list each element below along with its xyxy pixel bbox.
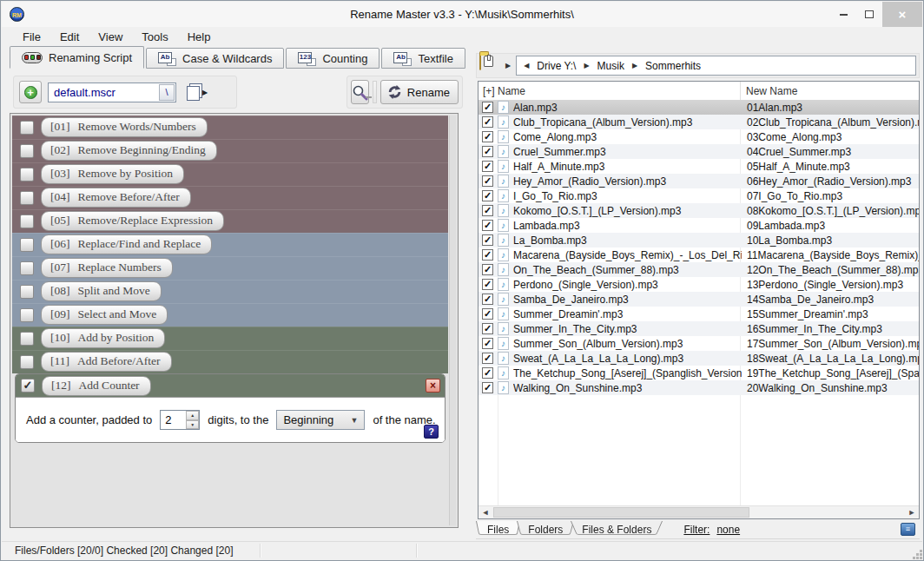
list-tab-folders[interactable]: Folders: [517, 521, 574, 538]
table-row[interactable]: ✓♪Club_Tropicana_(Album_Version).mp302Cl…: [478, 115, 919, 129]
new-script-button[interactable]: +: [19, 81, 42, 103]
close-rule-icon[interactable]: ×: [426, 379, 440, 393]
rule-pill[interactable]: [05]Remove/Replace Expression: [41, 211, 224, 231]
rule-pill[interactable]: [10]Add by Position: [41, 328, 165, 348]
file-checkbox[interactable]: ✓: [482, 308, 493, 320]
list-tab-files-folders[interactable]: Files & Folders: [571, 521, 663, 538]
folder-expand-icon[interactable]: ▶: [505, 62, 511, 69]
table-row[interactable]: ✓♪Hey_Amor_(Radio_Version).mp306Hey_Amor…: [478, 174, 919, 188]
filter-panel-icon[interactable]: ≡: [901, 523, 915, 536]
table-row[interactable]: ✓♪Lambada.mp309Lambada.mp3: [478, 218, 919, 233]
table-row[interactable]: ✓♪Alan.mp301Alan.mp3: [478, 100, 919, 115]
file-checkbox[interactable]: ✓: [482, 294, 493, 305]
menu-item-tools[interactable]: Tools: [132, 28, 177, 46]
file-checkbox[interactable]: ✓: [482, 323, 493, 334]
rule-pill[interactable]: [06]Replace/Find and Replace: [41, 234, 212, 254]
script-name-combo[interactable]: default.mscr \: [48, 82, 176, 102]
table-row[interactable]: ✓♪Half_A_Minute.mp305Half_A_Minute.mp3: [478, 159, 919, 174]
folder-select-button[interactable]: [479, 55, 503, 76]
file-checkbox[interactable]: ✓: [482, 367, 493, 379]
preview-options-button[interactable]: [373, 81, 377, 103]
rule-checkbox[interactable]: [20, 332, 34, 346]
rule-checkbox[interactable]: ✓: [21, 379, 35, 393]
rule-checkbox[interactable]: [20, 191, 34, 205]
breadcrumb-item-musik[interactable]: Musik: [597, 60, 624, 72]
rule-pill[interactable]: [08]Split and Move: [41, 281, 162, 301]
file-checkbox[interactable]: ✓: [482, 338, 493, 349]
table-row[interactable]: ✓♪Perdono_(Single_Version).mp313Perdono_…: [478, 277, 919, 292]
table-row[interactable]: ✓♪Come_Along.mp303Come_Along.mp3: [478, 129, 919, 144]
maximize-button[interactable]: [856, 2, 882, 27]
position-select[interactable]: Beginning ▼: [276, 410, 365, 430]
script-dropdown-button[interactable]: \: [159, 84, 175, 101]
table-row[interactable]: ✓♪I_Go_To_Rio.mp307I_Go_To_Rio.mp3: [478, 188, 919, 203]
digits-input[interactable]: [161, 411, 186, 429]
rule-pill[interactable]: [11]Add Before/After: [41, 352, 172, 372]
rule-checkbox[interactable]: [20, 214, 34, 228]
spin-up-icon[interactable]: ▲: [186, 411, 199, 420]
table-row[interactable]: ✓♪Macarena_(Bayside_Boys_Remix)_-_Los_De…: [478, 248, 919, 262]
table-row[interactable]: ✓♪The_Ketchup_Song_[Aserej]_(Spanglish_V…: [478, 366, 919, 380]
file-checkbox[interactable]: ✓: [482, 279, 493, 290]
rule-checkbox[interactable]: [20, 308, 34, 322]
file-checkbox[interactable]: ✓: [482, 190, 493, 201]
rule-pill[interactable]: [01]Remove Words/Numbers: [41, 117, 208, 137]
preview-button[interactable]: [351, 80, 369, 104]
menu-item-file[interactable]: File: [13, 28, 50, 46]
file-checkbox[interactable]: ✓: [482, 234, 493, 246]
rule-pill[interactable]: [07]Replace Numbers: [41, 258, 173, 278]
rule-checkbox[interactable]: [20, 238, 34, 252]
table-row[interactable]: ✓♪Samba_De_Janeiro.mp314Samba_De_Janeiro…: [478, 292, 919, 307]
file-checkbox[interactable]: ✓: [482, 102, 493, 113]
column-header-name[interactable]: [+] Name: [478, 82, 741, 100]
rule-checkbox[interactable]: [20, 355, 34, 369]
filter-link[interactable]: Filter:none: [683, 524, 740, 536]
table-row[interactable]: ✓♪Summer_Dreamin'.mp315Summer_Dreamin'.m…: [478, 307, 919, 321]
column-header-new-name[interactable]: New Name: [741, 85, 919, 97]
file-checkbox[interactable]: ✓: [482, 175, 493, 187]
rule-pill[interactable]: [12] Add Counter: [42, 376, 151, 396]
rule-checkbox[interactable]: [20, 121, 34, 135]
table-row[interactable]: ✓♪On_The_Beach_(Summer_88).mp312On_The_B…: [478, 262, 919, 277]
rule-checkbox[interactable]: [20, 144, 34, 158]
tab-textfile[interactable]: AbTextfile: [381, 48, 465, 69]
breadcrumb-back-icon[interactable]: ◀: [524, 62, 529, 69]
table-row[interactable]: ✓♪Walking_On_Sunshine.mp320Walking_On_Su…: [478, 380, 919, 395]
rule-checkbox[interactable]: [20, 261, 34, 275]
table-row[interactable]: ✓♪Sweat_(A_La_La_La_La_Long).mp318Sweat_…: [478, 351, 919, 366]
horizontal-scrollbar[interactable]: ◄ ►: [478, 505, 919, 518]
close-button[interactable]: ×: [882, 2, 922, 27]
table-row[interactable]: ✓♪Cruel_Summer.mp304Cruel_Summer.mp3: [478, 144, 919, 159]
file-checkbox[interactable]: ✓: [482, 249, 493, 261]
tab-case-wildcards[interactable]: AbCase & Wildcards: [146, 48, 284, 69]
tab-counting[interactable]: 123Counting: [286, 48, 380, 69]
scrollbar-thumb[interactable]: [493, 507, 749, 518]
file-checkbox[interactable]: ✓: [482, 220, 493, 231]
rename-button[interactable]: Rename: [380, 80, 459, 104]
rule-checkbox[interactable]: [20, 168, 34, 182]
table-row[interactable]: ✓♪Summer_In_The_City.mp316Summer_In_The_…: [478, 321, 919, 336]
breadcrumb-item-drive[interactable]: Drive Y:\: [537, 60, 576, 72]
rule-checkbox[interactable]: [20, 285, 34, 299]
table-row[interactable]: ✓♪La_Bomba.mp310La_Bomba.mp3: [478, 233, 919, 248]
tab-renaming-script[interactable]: Renaming Script: [10, 46, 144, 69]
rule-pill[interactable]: [03]Remove by Position: [41, 164, 184, 184]
scroll-left-icon[interactable]: ◄: [478, 508, 492, 517]
table-row[interactable]: ✓♪Summer_Son_(Album_Version).mp317Summer…: [478, 336, 919, 351]
scroll-right-icon[interactable]: ►: [905, 508, 919, 517]
file-checkbox[interactable]: ✓: [482, 146, 493, 157]
script-copy-button[interactable]: ▶: [182, 80, 212, 104]
rule-pill[interactable]: [04]Remove Before/After: [41, 188, 191, 208]
minimize-button[interactable]: [830, 2, 856, 27]
menu-item-help[interactable]: Help: [178, 28, 221, 46]
file-checkbox[interactable]: ✓: [482, 382, 493, 393]
resize-grip[interactable]: [916, 553, 919, 556]
help-button[interactable]: ?: [424, 425, 439, 439]
table-row[interactable]: ✓♪Kokomo_[O.S.T.]_(LP_Version).mp308Koko…: [478, 203, 919, 218]
menu-item-view[interactable]: View: [89, 28, 132, 46]
file-checkbox[interactable]: ✓: [482, 161, 493, 172]
breadcrumb-item-sommerhits[interactable]: Sommerhits: [645, 60, 701, 72]
rule-pill[interactable]: [02]Remove Beginning/Ending: [41, 141, 217, 161]
file-checkbox[interactable]: ✓: [482, 353, 493, 364]
menu-item-edit[interactable]: Edit: [50, 28, 89, 46]
